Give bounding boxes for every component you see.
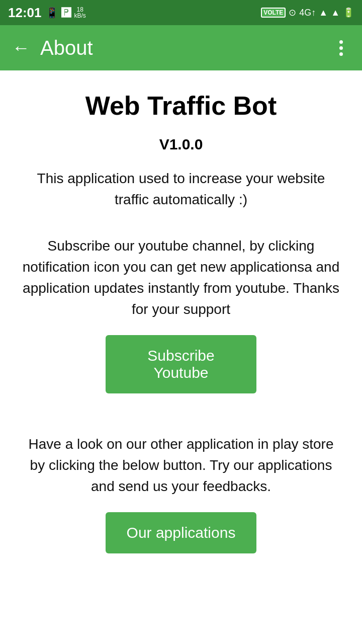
battery-icon: 🔋: [343, 7, 354, 18]
wifi-icon: ⊙: [289, 7, 296, 18]
back-arrow-icon: ←: [12, 39, 30, 57]
parking-icon: 🅿: [61, 7, 71, 19]
youtube-description: Subscribe our youtube channel, by clicki…: [15, 235, 347, 320]
dot-2: [339, 46, 343, 50]
network-4g-icon: 4G↑: [299, 8, 316, 18]
signal-icon-2: ▲: [331, 8, 340, 18]
status-icons: 📱 🅿 18 kB/s: [46, 7, 86, 19]
status-bar-left: 12:01 📱 🅿 18 kB/s: [8, 5, 86, 21]
app-description: This application used to increase your w…: [15, 168, 347, 210]
version-text: V1.0.0: [159, 136, 203, 153]
status-time: 12:01: [8, 5, 42, 21]
back-button[interactable]: ←: [10, 37, 32, 59]
dot-3: [339, 52, 343, 56]
overflow-menu-button[interactable]: [330, 37, 352, 59]
app-title: Web Traffic Bot: [85, 91, 277, 121]
dot-1: [339, 40, 343, 44]
three-dots-icon: [339, 40, 343, 56]
volte-icon: VOLTE: [261, 8, 286, 18]
subscribe-youtube-button[interactable]: Subscribe Youtube: [106, 335, 256, 393]
status-bar-right: VOLTE ⊙ 4G↑ ▲ ▲ 🔋: [261, 7, 354, 18]
app-bar: ← About: [0, 25, 362, 70]
app-bar-title: About: [40, 37, 93, 59]
signal-icon-1: ▲: [319, 8, 328, 18]
playstore-description: Have a look on our other application in …: [15, 434, 347, 497]
app-bar-left: ← About: [10, 37, 93, 59]
main-content: Web Traffic Bot V1.0.0 This application …: [0, 70, 362, 574]
sim-icon: 📱: [46, 7, 58, 19]
kb-label: 18 kB/s: [74, 7, 86, 19]
youtube-section: Subscribe our youtube channel, by clicki…: [15, 235, 347, 419]
status-bar: 12:01 📱 🅿 18 kB/s VOLTE ⊙ 4G↑ ▲ ▲ 🔋: [0, 0, 362, 25]
our-applications-button[interactable]: Our applications: [106, 512, 256, 553]
